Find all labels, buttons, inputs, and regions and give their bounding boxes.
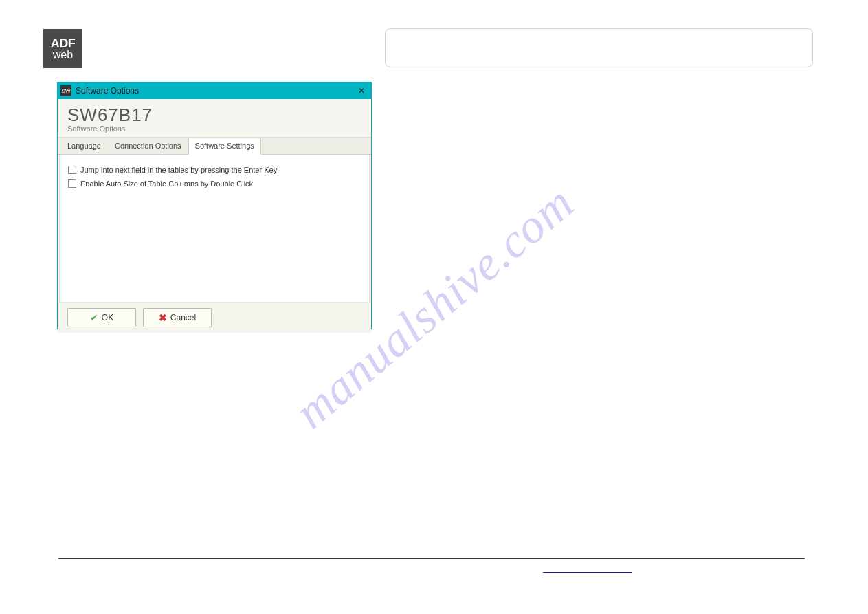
ok-label: OK [102, 313, 113, 322]
cancel-label: Cancel [170, 313, 196, 322]
dialog-footer: ✔ OK ✖ Cancel [58, 303, 371, 333]
footer-link-underline [543, 572, 632, 573]
logo-line1: ADF [51, 37, 76, 50]
tab-language[interactable]: Language [60, 138, 108, 154]
page-divider [58, 558, 805, 559]
adfweb-logo: ADF web [43, 29, 82, 68]
checkbox-label: Jump into next field in the tables by pr… [80, 166, 277, 174]
checkbox-label: Enable Auto Size of Table Columns by Dou… [80, 179, 253, 188]
tab-connection-options[interactable]: Connection Options [108, 138, 188, 154]
close-button[interactable]: ✕ [352, 83, 371, 99]
checkbox-icon[interactable] [68, 179, 76, 188]
cross-icon: ✖ [159, 312, 167, 323]
dialog-title: Software Options [76, 86, 139, 96]
checkbox-icon[interactable] [68, 166, 76, 174]
cancel-button[interactable]: ✖ Cancel [143, 308, 212, 327]
tab-bar: Language Connection Options Software Set… [58, 138, 371, 155]
tab-software-settings[interactable]: Software Settings [188, 138, 261, 155]
app-icon: SW [60, 85, 71, 96]
ok-button[interactable]: ✔ OK [67, 308, 136, 327]
dialog-titlebar[interactable]: SW Software Options ✕ [58, 83, 371, 99]
checkbox-row-jump-enter[interactable]: Jump into next field in the tables by pr… [68, 166, 361, 174]
logo-line2: web [53, 50, 73, 61]
software-code: SW67B17 [67, 105, 361, 126]
check-icon: ✔ [90, 312, 98, 323]
header-info-box [385, 28, 813, 67]
checkbox-row-autosize[interactable]: Enable Auto Size of Table Columns by Dou… [68, 179, 361, 188]
dialog-header: SW67B17 Software Options [58, 99, 371, 138]
software-options-dialog: SW Software Options ✕ SW67B17 Software O… [57, 82, 372, 329]
tab-panel: Jump into next field in the tables by pr… [59, 155, 370, 303]
close-icon: ✕ [358, 86, 365, 96]
software-subtitle: Software Options [67, 124, 361, 133]
